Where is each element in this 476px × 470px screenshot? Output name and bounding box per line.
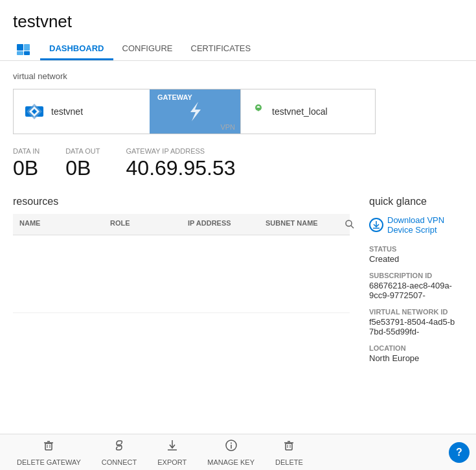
table-body: [13, 235, 350, 313]
vnet-left-label: testvnet: [51, 106, 83, 117]
data-in-value: 0B: [13, 156, 40, 180]
gateway-ip-label: GATEWAY IP ADDRESS: [126, 147, 236, 155]
tab-dashboard[interactable]: DASHBOARD: [40, 38, 113, 60]
page-header: testvnet: [0, 0, 476, 32]
gateway-bolt: [176, 99, 214, 124]
resources-table-area: resources NAME ROLE IP ADDRESS SUBNET NA…: [13, 196, 350, 371]
toolbar-left: DELETE GATEWAY CONNECT EXPORT: [6, 434, 313, 470]
qg-vnet-id: VIRTUAL NETWORK ID f5e53791-8504-4ad5-b7…: [369, 308, 457, 336]
col-subnet: SUBNET NAME: [259, 214, 337, 235]
azure-icon: [13, 39, 34, 60]
status-label: STATUS: [369, 245, 457, 253]
qg-subscription-id: SUBSCRIPTION ID 68676218-aec8-409a-9cc9-…: [369, 272, 457, 300]
resources-section: resources NAME ROLE IP ADDRESS SUBNET NA…: [13, 196, 463, 371]
gateway-ip-value: 40.69.95.53: [126, 156, 236, 180]
svg-point-25: [231, 443, 232, 444]
location-label: LOCATION: [369, 344, 457, 352]
svg-marker-8: [190, 102, 201, 121]
location-pin-icon: [251, 102, 266, 121]
manage-key-button[interactable]: MANAGE KEY: [197, 434, 265, 470]
vnet-right-block: testvnet_local: [240, 89, 375, 134]
tab-certificates[interactable]: CERTIFICATES: [182, 38, 260, 60]
vnet-left-icon: [24, 101, 45, 122]
svg-rect-2: [17, 51, 23, 55]
quick-glance-panel: quick glance Download VPN Device Script …: [363, 196, 463, 371]
svg-rect-1: [24, 44, 30, 51]
help-button[interactable]: ?: [449, 442, 470, 463]
delete-gateway-label: DELETE GATEWAY: [17, 458, 81, 466]
vnet-left-block: testvnet: [14, 89, 150, 134]
vnet-id-value: f5e53791-8504-4ad5-b7bd-55d99fd-: [369, 317, 457, 336]
download-vpn-button[interactable]: Download VPN Device Script: [369, 215, 457, 235]
qg-location: LOCATION North Europe: [369, 344, 457, 363]
table-search-button[interactable]: [337, 214, 363, 235]
page-title: testvnet: [13, 12, 463, 32]
resources-title: resources: [13, 196, 350, 207]
link-icon: [112, 438, 126, 456]
svg-rect-16: [45, 443, 52, 450]
vnet-diagram: testvnet GATEWAY VPN testvnet_local: [13, 89, 376, 134]
delete-button[interactable]: DELETE: [265, 434, 313, 470]
tab-configure[interactable]: CONFIGURE: [113, 38, 182, 60]
info-icon: [224, 438, 238, 456]
svg-line-13: [351, 226, 354, 228]
qg-status: STATUS Created: [369, 245, 457, 264]
connect-button[interactable]: CONNECT: [91, 434, 147, 470]
subscription-id-value: 68676218-aec8-409a-9cc9-9772507-: [369, 281, 457, 300]
vnet-id-label: VIRTUAL NETWORK ID: [369, 308, 457, 316]
manage-key-label: MANAGE KEY: [207, 458, 255, 466]
stat-data-out: DATA OUT 0B: [65, 147, 100, 180]
stat-gateway-ip: GATEWAY IP ADDRESS 40.69.95.53: [126, 147, 236, 180]
download-vpn-label: Download VPN Device Script: [387, 215, 457, 235]
download-export-icon: [165, 438, 179, 456]
nav-tabs: DASHBOARD CONFIGURE CERTIFICATES: [0, 38, 476, 61]
main-content: virtual network testvnet GATEWAY: [0, 61, 476, 381]
quick-glance-title: quick glance: [369, 196, 457, 207]
trash-icon-delete: [282, 438, 296, 456]
subscription-id-label: SUBSCRIPTION ID: [369, 272, 457, 279]
vnet-gateway-block: GATEWAY VPN: [150, 89, 240, 134]
col-name: NAME: [13, 214, 104, 235]
data-in-label: DATA IN: [13, 147, 40, 155]
delete-label: DELETE: [275, 458, 303, 466]
export-label: EXPORT: [157, 458, 187, 466]
col-ip: IP ADDRESS: [181, 214, 259, 235]
stats-row: DATA IN 0B DATA OUT 0B GATEWAY IP ADDRES…: [13, 147, 463, 180]
delete-gateway-button[interactable]: DELETE GATEWAY: [6, 434, 91, 470]
export-button[interactable]: EXPORT: [147, 434, 197, 470]
connect-label: CONNECT: [102, 458, 137, 466]
bottom-toolbar: DELETE GATEWAY CONNECT EXPORT: [0, 434, 476, 470]
vnet-section-title: virtual network: [13, 71, 463, 81]
svg-rect-26: [286, 443, 292, 450]
trash-icon-delete-gateway: [41, 438, 56, 456]
location-value: North Europe: [369, 353, 457, 363]
table-header: NAME ROLE IP ADDRESS SUBNET NAME: [13, 214, 350, 235]
col-role: ROLE: [104, 214, 181, 235]
download-icon: [369, 218, 383, 232]
data-out-value: 0B: [65, 156, 100, 180]
svg-rect-3: [24, 51, 30, 55]
vpn-label: VPN: [220, 123, 235, 131]
stat-data-in: DATA IN 0B: [13, 147, 40, 180]
svg-rect-0: [17, 44, 23, 51]
status-value: Created: [369, 254, 457, 264]
data-out-label: DATA OUT: [65, 147, 100, 155]
vnet-right-label: testvnet_local: [272, 106, 328, 117]
gateway-label: GATEWAY: [157, 93, 192, 101]
svg-point-12: [346, 220, 352, 226]
